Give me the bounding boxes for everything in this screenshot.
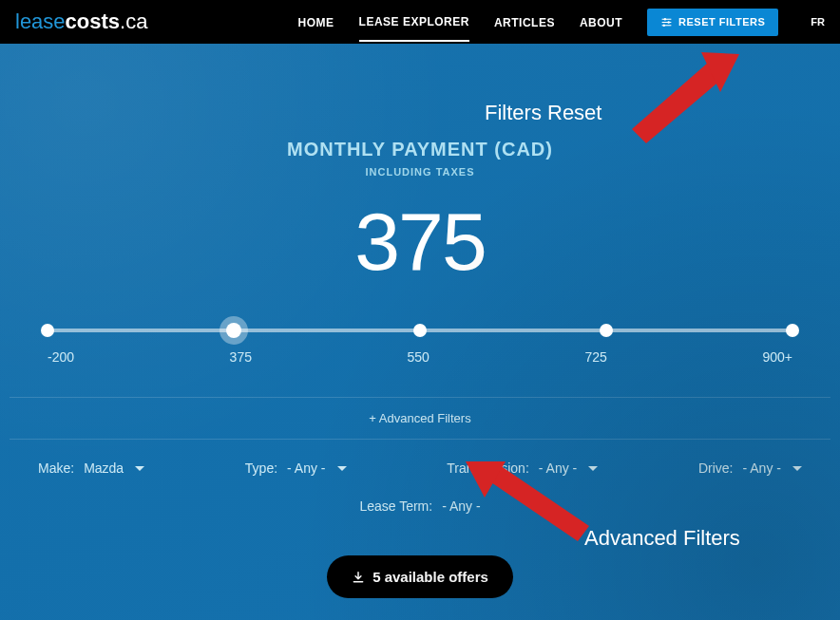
nav-links: HOME LEASE EXPLORER ARTICLES ABOUT RESET… (298, 2, 825, 42)
filter-make: Make: Mazda (38, 460, 144, 476)
divider (10, 397, 830, 398)
sliders-icon (660, 16, 673, 28)
svg-marker-6 (632, 63, 722, 143)
available-offers-button[interactable]: 5 available offers (327, 555, 513, 598)
filter-lease-term-label: Lease Term: (359, 498, 432, 514)
filter-make-label: Make: (38, 460, 74, 476)
slider-label: 725 (584, 349, 606, 365)
slider-track (48, 329, 792, 332)
nav-about[interactable]: ABOUT (580, 3, 622, 41)
filter-transmission-select[interactable]: - Any - (539, 460, 598, 476)
filters-row: Make: Mazda Type: - Any - Transmission: … (38, 460, 802, 476)
filter-drive-select[interactable]: - Any - (743, 460, 802, 476)
slider-label: 550 (408, 349, 430, 365)
chevron-down-icon (337, 466, 347, 471)
svg-marker-7 (701, 52, 739, 92)
annotation-advanced-label: Advanced Filters (584, 526, 740, 551)
filters-row-2: Lease Term: - Any - (0, 498, 840, 514)
chevron-down-icon (135, 466, 144, 471)
language-switch[interactable]: FR (811, 16, 825, 28)
filter-lease-term-select[interactable]: - Any - (442, 498, 480, 514)
logo-part-2: costs (66, 9, 120, 34)
filter-type-label: Type: (245, 460, 277, 476)
payment-subtitle: INCLUDING TAXES (0, 166, 840, 178)
filter-drive-label: Drive: (698, 460, 734, 476)
filter-make-select[interactable]: Mazda (84, 460, 144, 476)
slider-label: 900+ (762, 349, 792, 365)
payment-value: 375 (0, 195, 840, 289)
filter-drive-value: - Any - (743, 460, 781, 476)
slider-tick (413, 324, 427, 337)
slider-tick (786, 324, 799, 337)
slider-tick (41, 324, 54, 337)
filter-make-value: Mazda (84, 460, 124, 476)
filter-drive: Drive: - Any - (698, 460, 802, 476)
chevron-down-icon (792, 466, 802, 471)
slider-labels: -200 375 550 725 900+ (48, 349, 792, 365)
payment-slider[interactable]: -200 375 550 725 900+ (48, 329, 792, 365)
reset-filters-button[interactable]: RESET FILTERS (647, 9, 778, 36)
filter-transmission-value: - Any - (539, 460, 577, 476)
slider-tick (600, 324, 613, 337)
filter-transmission: Transmission: - Any - (447, 460, 598, 476)
filter-type-select[interactable]: - Any - (287, 460, 346, 476)
nav-lease-explorer[interactable]: LEASE EXPLORER (359, 2, 469, 42)
site-logo[interactable]: leasecosts.ca (15, 9, 147, 34)
annotation-reset-arrow (618, 48, 741, 143)
chevron-down-icon (588, 466, 598, 471)
slider-label: 375 (230, 349, 252, 365)
divider (10, 439, 830, 440)
download-icon (352, 571, 365, 584)
hero-panel: MONTHLY PAYMENT (CAD) INCLUDING TAXES 37… (0, 44, 840, 620)
svg-point-1 (664, 18, 666, 20)
nav-articles[interactable]: ARTICLES (494, 3, 555, 41)
reset-filters-label: RESET FILTERS (678, 16, 765, 28)
slider-label: -200 (48, 349, 74, 365)
annotation-reset-label: Filters Reset (485, 101, 601, 125)
slider-handle-dot[interactable] (226, 323, 241, 338)
available-offers-label: 5 available offers (372, 569, 488, 585)
filter-type: Type: - Any - (245, 460, 347, 476)
payment-title: MONTHLY PAYMENT (CAD) (0, 139, 840, 160)
svg-point-3 (668, 21, 670, 23)
nav-home[interactable]: HOME (298, 3, 334, 41)
svg-point-5 (663, 24, 665, 26)
advanced-filters-toggle[interactable]: + Advanced Filters (0, 411, 840, 425)
filter-lease-term-value: - Any - (442, 498, 480, 514)
logo-tld: .ca (120, 9, 147, 34)
filter-transmission-label: Transmission: (447, 460, 529, 476)
top-nav: leasecosts.ca HOME LEASE EXPLORER ARTICL… (0, 0, 840, 44)
filter-type-value: - Any - (287, 460, 325, 476)
logo-part-1: lease (15, 9, 66, 34)
